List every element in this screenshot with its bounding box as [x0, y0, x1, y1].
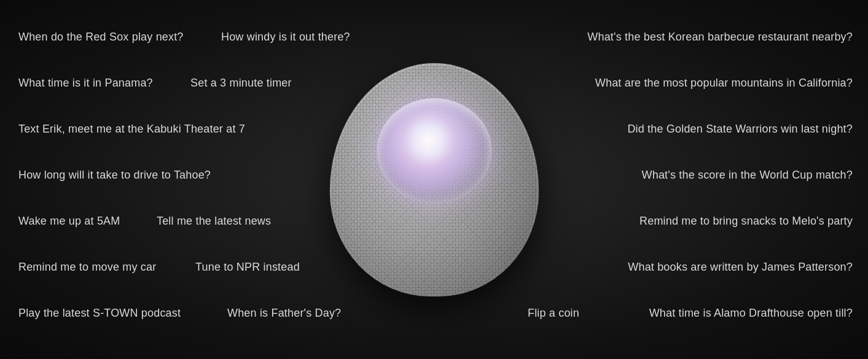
- phrase-coin: Flip a coin: [528, 307, 579, 320]
- phrase-alamo: What time is Alamo Drafthouse open till?: [649, 307, 853, 320]
- main-scene: When do the Red Sox play next? How windy…: [0, 0, 868, 359]
- phrase-stown: Play the latest S-TOWN podcast: [18, 307, 181, 320]
- phrase-kabuki: Text Erik, meet me at the Kabuki Theater…: [18, 123, 245, 136]
- phrase-red-sox: When do the Red Sox play next?: [18, 31, 184, 44]
- phrase-mountains: What are the most popular mountains in C…: [595, 77, 853, 90]
- phrase-warriors: Did the Golden State Warriors win last n…: [627, 123, 853, 136]
- phrase-tahoe: How long will it take to drive to Tahoe?: [18, 169, 211, 182]
- homepod-body: [330, 63, 539, 296]
- homepod-device: [330, 63, 539, 296]
- phrase-melo: Remind me to bring snacks to Melo's part…: [639, 215, 853, 228]
- phrase-korean: What's the best Korean barbecue restaura…: [587, 31, 853, 44]
- phrase-panama: What time is it in Panama?: [18, 77, 153, 90]
- phrase-news: Tell me the latest news: [157, 215, 271, 228]
- phrase-npr: Tune to NPR instead: [195, 261, 300, 274]
- phrase-wake: Wake me up at 5AM: [18, 215, 120, 228]
- phrase-patterson: What books are written by James Patterso…: [628, 261, 853, 274]
- phrase-windy: How windy is it out there?: [221, 31, 350, 44]
- phrase-worldcup: What's the score in the World Cup match?: [642, 169, 853, 182]
- phrase-car: Remind me to move my car: [18, 261, 156, 274]
- siri-circle: [377, 98, 491, 203]
- phrase-timer: Set a 3 minute timer: [190, 77, 292, 90]
- phrase-fathers-day: When is Father's Day?: [227, 307, 341, 320]
